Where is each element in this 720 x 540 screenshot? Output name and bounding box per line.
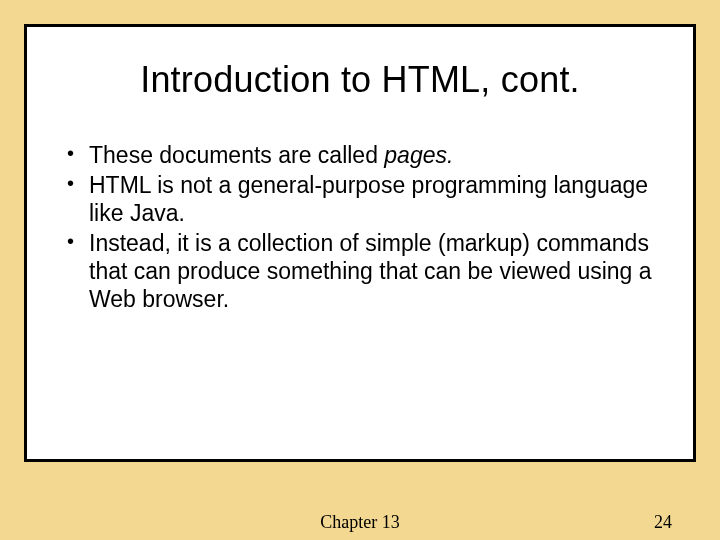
bullet-text: Instead, it is a collection of simple (m… [89, 230, 652, 312]
list-item: Instead, it is a collection of simple (m… [67, 229, 661, 313]
bullet-text-emphasis: pages. [384, 142, 453, 168]
footer-chapter: Chapter 13 [0, 512, 720, 533]
slide-title: Introduction to HTML, cont. [59, 59, 661, 101]
list-item: These documents are called pages. [67, 141, 661, 169]
bullet-text: HTML is not a general-purpose programmin… [89, 172, 648, 226]
bullet-text: These documents are called [89, 142, 384, 168]
footer-page-number: 24 [654, 512, 672, 533]
list-item: HTML is not a general-purpose programmin… [67, 171, 661, 227]
slide-content-frame: Introduction to HTML, cont. These docume… [24, 24, 696, 462]
bullet-list: These documents are called pages. HTML i… [59, 141, 661, 313]
